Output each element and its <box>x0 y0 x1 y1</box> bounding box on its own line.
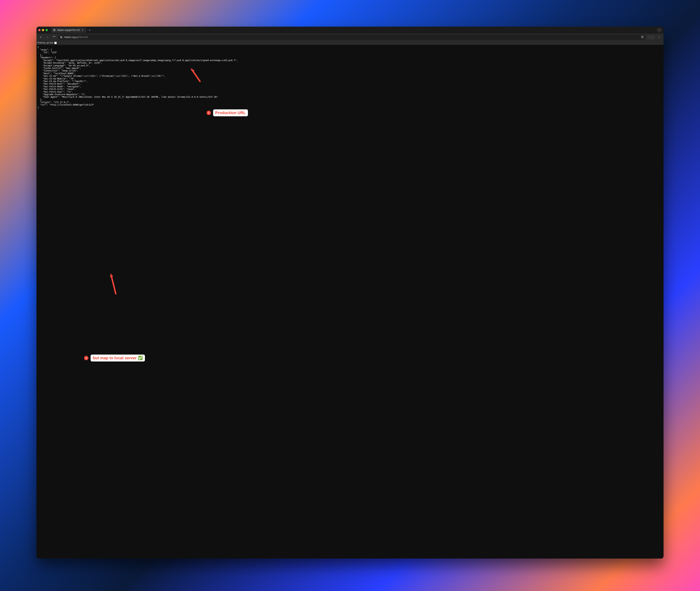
new-tab-button[interactable] <box>87 28 92 32</box>
globe-icon <box>53 28 56 31</box>
svg-marker-7 <box>641 36 644 38</box>
window-zoom-button[interactable] <box>46 29 48 31</box>
close-tab-button[interactable]: × <box>81 29 84 31</box>
pretty-print-label: Pretty-print <box>38 42 53 44</box>
tab-overflow-button[interactable] <box>657 28 662 32</box>
pretty-print-bar: Pretty-print <box>37 41 664 45</box>
browser-window: httpbin.org/get?id=123 × <box>37 26 664 559</box>
bookmark-star-icon[interactable] <box>641 36 644 39</box>
site-settings-icon[interactable] <box>60 36 63 39</box>
extension-pill[interactable] <box>647 35 655 40</box>
svg-point-6 <box>61 38 61 38</box>
chrome-menu-button[interactable] <box>657 35 662 40</box>
forward-button[interactable] <box>45 35 50 40</box>
svg-point-4 <box>61 36 61 37</box>
svg-point-10 <box>659 38 659 38</box>
pretty-print-checkbox[interactable] <box>54 42 57 44</box>
window-controls <box>38 29 48 31</box>
tab-title: httpbin.org/get?id=123 <box>57 29 80 31</box>
address-bar-url: httpbin.org/get?id=123 <box>64 36 88 39</box>
browser-tab[interactable]: httpbin.org/get?id=123 × <box>51 27 86 33</box>
svg-point-5 <box>61 37 62 38</box>
window-minimize-button[interactable] <box>42 29 44 31</box>
back-button[interactable] <box>38 35 43 40</box>
svg-point-9 <box>659 37 659 38</box>
window-close-button[interactable] <box>38 29 41 31</box>
browser-toolbar: httpbin.org/get?id=123 <box>37 34 664 41</box>
json-response-body[interactable]: { "args": { "id": "123" }, "headers": { … <box>37 45 664 559</box>
reload-button[interactable] <box>51 35 57 40</box>
address-bar[interactable]: httpbin.org/get?id=123 <box>58 35 646 40</box>
svg-point-8 <box>659 36 659 37</box>
tab-strip: httpbin.org/get?id=123 × <box>37 26 664 34</box>
